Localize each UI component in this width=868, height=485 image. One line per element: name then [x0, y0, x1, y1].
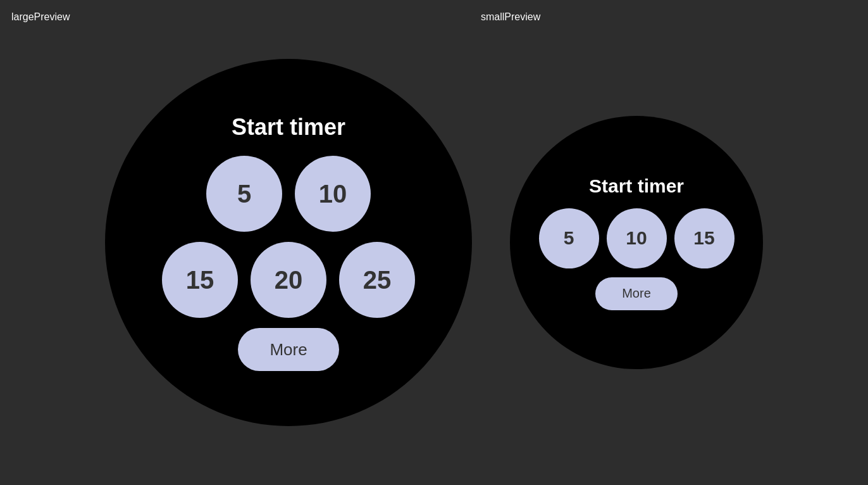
small-timer-btn-15[interactable]: 15 [674, 208, 735, 268]
small-watch-face: Start timer 5 10 15 More [510, 116, 763, 369]
small-timer-btn-5[interactable]: 5 [539, 208, 599, 268]
small-more-row: More [595, 277, 678, 310]
large-more-button[interactable]: More [238, 328, 339, 371]
small-timer-btn-10[interactable]: 10 [607, 208, 667, 268]
small-preview-label: smallPreview [481, 11, 540, 23]
large-timer-btn-15[interactable]: 15 [162, 242, 238, 318]
large-timer-btn-10[interactable]: 10 [295, 156, 371, 232]
large-watch-container: Start timer 5 10 15 20 25 More [105, 59, 472, 426]
large-timer-grid: 5 10 15 20 25 More [162, 156, 415, 371]
large-timer-row-2: 15 20 25 [162, 242, 415, 318]
small-watch-container: Start timer 5 10 15 More [510, 116, 763, 369]
large-timer-btn-25[interactable]: 25 [339, 242, 415, 318]
small-timer-row-1: 5 10 15 [539, 208, 735, 268]
large-watch-title: Start timer [232, 114, 345, 141]
large-preview-label: largePreview [11, 11, 70, 23]
small-more-button[interactable]: More [595, 277, 678, 310]
large-more-row: More [238, 328, 339, 371]
small-timer-grid: 5 10 15 More [539, 208, 735, 310]
small-watch-title: Start timer [589, 175, 684, 197]
large-timer-btn-20[interactable]: 20 [251, 242, 326, 318]
large-timer-row-1: 5 10 [206, 156, 371, 232]
large-watch-face: Start timer 5 10 15 20 25 More [105, 59, 472, 426]
large-timer-btn-5[interactable]: 5 [206, 156, 282, 232]
